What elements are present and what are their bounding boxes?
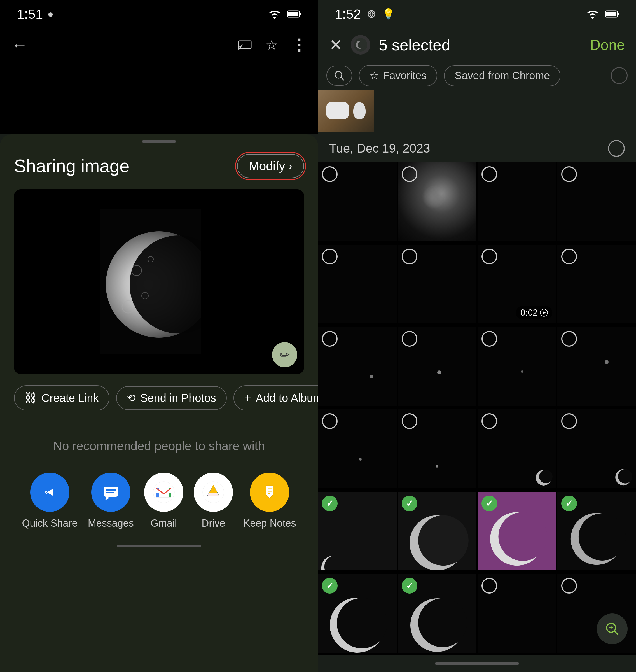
saved-from-chrome-button[interactable]: Saved from Chrome	[444, 65, 560, 86]
select-circle-7[interactable]	[481, 249, 497, 264]
cell-13-content	[318, 409, 397, 488]
done-button[interactable]: Done	[590, 36, 625, 53]
cell-22-content: ✓	[398, 574, 476, 653]
select-circle-9[interactable]	[322, 331, 338, 347]
nav-actions: ☆ ⋮	[238, 36, 307, 54]
grid-cell-12[interactable]	[557, 327, 636, 406]
select-circle-2[interactable]	[402, 166, 417, 182]
select-circle-14[interactable]	[402, 413, 417, 429]
drive-svg	[202, 481, 224, 503]
more-icon[interactable]: ⋮	[291, 36, 307, 54]
modify-label: Modify	[249, 159, 285, 173]
app-drive[interactable]: Drive	[194, 473, 233, 529]
grid-cell-23[interactable]	[478, 574, 556, 653]
grid-cell-21[interactable]: ✓	[318, 574, 397, 653]
grid-cell-22[interactable]: ✓	[398, 574, 476, 653]
grid-cell-11[interactable]	[478, 327, 556, 406]
grid-cell-6[interactable]	[398, 245, 476, 323]
grid-cell-1[interactable]	[318, 162, 397, 241]
select-circle-20[interactable]: ✓	[561, 496, 577, 511]
cell-18-content: ✓	[398, 492, 476, 570]
cast-icon[interactable]	[238, 39, 252, 51]
app-quickshare[interactable]: Quick Share	[22, 473, 78, 529]
select-circle-13[interactable]	[322, 413, 338, 429]
grid-cell-19[interactable]: ✓	[478, 492, 556, 570]
close-button[interactable]: ✕	[329, 36, 342, 54]
messages-svg	[100, 481, 122, 503]
cell-3-content	[478, 162, 556, 241]
select-all-button[interactable]	[608, 140, 625, 157]
grid-cell-13[interactable]	[318, 409, 397, 488]
select-circle-6[interactable]	[402, 249, 417, 264]
time-right: 1:52	[335, 6, 361, 22]
battery-icon-right	[605, 10, 619, 18]
search-icon	[334, 70, 345, 81]
star-filter-icon: ☆	[370, 70, 379, 82]
select-circle-21[interactable]: ✓	[322, 578, 338, 594]
favorites-filter-button[interactable]: ☆ Favorites	[359, 65, 437, 86]
grid-cell-9[interactable]	[318, 327, 397, 406]
select-circle-22[interactable]: ✓	[402, 578, 417, 594]
select-circle-16[interactable]	[561, 413, 577, 429]
grid-cell-5[interactable]	[318, 245, 397, 323]
earphones-thumbnail[interactable]	[318, 90, 374, 132]
svg-point-49	[418, 515, 469, 566]
grid-cell-8[interactable]	[557, 245, 636, 323]
select-circle-24[interactable]	[561, 578, 577, 594]
sharing-header: Sharing image Modify ›	[0, 154, 318, 189]
app-gmail[interactable]: Gmail	[144, 473, 183, 529]
saved-chrome-label: Saved from Chrome	[455, 70, 550, 82]
select-circle-4[interactable]	[561, 166, 577, 182]
app-messages[interactable]: Messages	[88, 473, 134, 529]
app-keep[interactable]: Keep Notes	[243, 473, 296, 529]
messages-icon	[91, 473, 131, 512]
cell-14-content	[398, 409, 476, 488]
modify-button[interactable]: Modify ›	[237, 154, 304, 178]
home-bar-right	[435, 663, 519, 665]
select-circle-8[interactable]	[561, 249, 577, 264]
left-panel: 1:51 ● ←	[0, 0, 318, 672]
favorite-icon[interactable]: ☆	[266, 37, 278, 53]
select-circle-12[interactable]	[561, 331, 577, 347]
grid-cell-17[interactable]: ✓	[318, 492, 397, 570]
select-circle-10[interactable]	[402, 331, 417, 347]
select-circle-3[interactable]	[481, 166, 497, 182]
select-circle-18[interactable]: ✓	[402, 496, 417, 511]
drive-label: Drive	[202, 517, 225, 529]
select-circle-11[interactable]	[481, 331, 497, 347]
select-circle-15[interactable]	[481, 413, 497, 429]
grid-cell-14[interactable]	[398, 409, 476, 488]
modify-arrow-icon: ›	[289, 160, 292, 173]
grid-cell-7[interactable]: 0:02	[478, 245, 556, 323]
add-to-album-button[interactable]: + Add to Album	[234, 385, 318, 411]
filter-row: ☆ Favorites Saved from Chrome	[318, 62, 636, 90]
no-recommended-text: No recommended people to share with	[0, 422, 318, 464]
grid-cell-16[interactable]	[557, 409, 636, 488]
zoom-button[interactable]	[597, 613, 628, 644]
select-circle-5[interactable]	[322, 249, 338, 264]
search-filter-button[interactable]	[326, 65, 352, 86]
select-circle-17[interactable]: ✓	[322, 496, 338, 511]
back-button[interactable]: ←	[11, 35, 28, 55]
grid-cell-24[interactable]	[557, 574, 636, 653]
grid-cell-20[interactable]: ✓	[557, 492, 636, 570]
grid-cell-15[interactable]	[478, 409, 556, 488]
status-bar-left: 1:51 ●	[0, 0, 318, 28]
grid-cell-18[interactable]: ✓	[398, 492, 476, 570]
select-circle-1[interactable]	[322, 166, 338, 182]
selected-avatar	[351, 35, 370, 55]
select-circle-19[interactable]: ✓	[481, 496, 497, 511]
grid-cell-3[interactable]	[478, 162, 556, 241]
svg-rect-22	[169, 493, 171, 497]
select-circle-23[interactable]	[481, 578, 497, 594]
battery-icon-left	[287, 10, 301, 18]
selected-text: 5 selected	[379, 36, 450, 54]
create-link-button[interactable]: ⛓ Create Link	[14, 385, 110, 411]
dot-14	[436, 465, 438, 468]
send-in-photos-button[interactable]: ⟲ Send in Photos	[116, 386, 227, 410]
grid-cell-4[interactable]	[557, 162, 636, 241]
grid-cell-2[interactable]	[398, 162, 476, 241]
edit-button[interactable]: ✏	[272, 342, 297, 367]
grid-cell-10[interactable]	[398, 327, 476, 406]
moon-small-15	[532, 464, 555, 487]
